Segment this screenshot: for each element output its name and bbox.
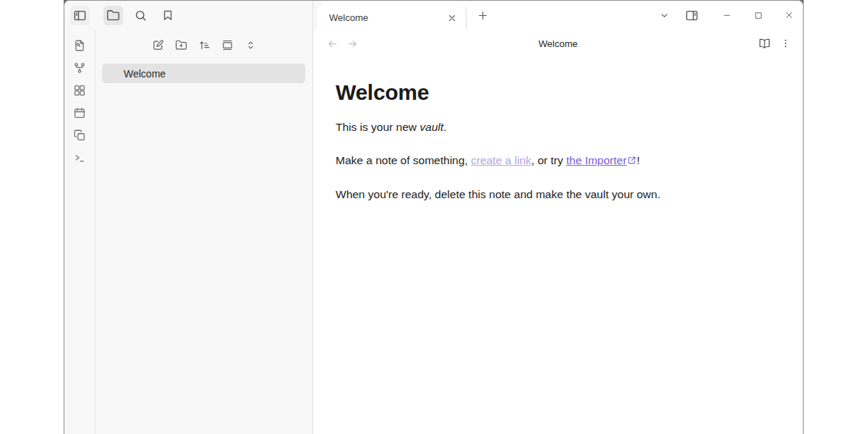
tab-bar: Welcome [313,1,803,30]
canvas-button[interactable] [70,81,89,100]
files-tab-button[interactable] [103,6,123,25]
more-options-button[interactable] [777,35,794,52]
panel-left-icon [73,9,87,22]
toggle-right-sidebar-button[interactable] [683,7,700,24]
tab-close-button[interactable] [444,10,460,26]
more-vertical-icon [780,38,791,49]
p1-end: . [443,121,446,133]
square-pen-icon [152,39,164,51]
panel-right-icon [685,9,699,22]
git-fork-icon [73,61,86,75]
paragraph-1: This is your new vault. [336,119,774,135]
search-icon [134,9,148,22]
gallery-vertical-icon [221,39,234,51]
copy-icon [73,129,86,142]
close-icon [447,13,457,23]
toggle-left-sidebar-button[interactable] [70,6,90,25]
paragraph-2: Make a note of something, create a link,… [336,153,774,169]
arrow-right-icon [346,38,359,50]
ribbon [64,30,95,434]
arrow-left-icon [326,38,339,50]
quick-switcher-button[interactable] [70,36,89,55]
file-search-icon [73,39,86,52]
gallery-view-button[interactable] [218,36,236,54]
bookmark-icon [161,9,174,22]
collapse-expand-button[interactable] [242,36,259,54]
close-window-icon [784,10,794,20]
importer-link[interactable]: the Importer [566,154,627,166]
chevron-down-icon [660,11,669,20]
p2-end: ! [637,154,639,166]
daily-note-button[interactable] [70,103,89,122]
templates-button[interactable] [70,126,89,145]
bookmarks-tab-button[interactable] [158,6,177,25]
file-item-welcome[interactable]: Welcome [102,64,305,83]
folder-icon [106,9,120,22]
p1-italic: vault [420,121,443,133]
close-window-button[interactable] [780,6,799,25]
tab-label: Welcome [329,12,444,23]
titlebar-right-controls [655,6,803,25]
folder-plus-icon [175,39,187,51]
view-header-actions [756,35,794,52]
obsidian-window: Welcome Welcome [64,0,804,434]
note-title: Welcome [336,80,774,105]
left-sidebar: Welcome [64,1,312,434]
calendar-icon [73,106,86,119]
file-item-label: Welcome [124,68,166,80]
graph-view-button[interactable] [70,59,89,77]
maximize-icon [754,11,763,20]
navigate-back-button[interactable] [323,35,341,52]
sort-asc-icon [198,39,210,51]
paragraph-3: When you're ready, delete this note and … [336,187,774,203]
note-content: Welcome This is your new vault. Make a n… [313,57,803,220]
layout-grid-icon [73,84,86,97]
sidebar-body: Welcome [64,30,312,434]
p2-middle: , or try [532,154,566,166]
reading-mode-button[interactable] [756,35,773,52]
new-tab-button[interactable] [474,7,491,24]
main-pane: Welcome [312,1,803,434]
view-header: Welcome [313,30,803,57]
book-open-icon [758,37,771,50]
new-folder-button[interactable] [172,36,190,54]
terminal-icon [73,151,86,164]
minimize-icon [722,10,732,20]
minimize-button[interactable] [718,6,736,25]
maximize-button[interactable] [749,6,767,25]
tab-welcome[interactable]: Welcome [318,6,467,30]
p2-text: Make a note of something, [336,154,471,166]
p1-text: This is your new [336,121,420,133]
explorer-actions [95,30,312,60]
search-tab-button[interactable] [131,6,150,25]
plus-icon [477,9,489,22]
sort-order-button[interactable] [195,36,213,54]
create-a-link-link[interactable]: create a link [471,154,532,166]
new-note-button[interactable] [149,36,166,54]
command-palette-button[interactable] [70,148,89,167]
file-explorer: Welcome [95,30,312,434]
chevrons-up-down-icon [244,39,257,51]
navigate-forward-button[interactable] [344,35,361,52]
tab-list-button[interactable] [655,7,673,24]
view-header-title: Welcome [313,38,803,49]
sidebar-toolbar [64,1,312,30]
external-link-icon [627,156,637,165]
